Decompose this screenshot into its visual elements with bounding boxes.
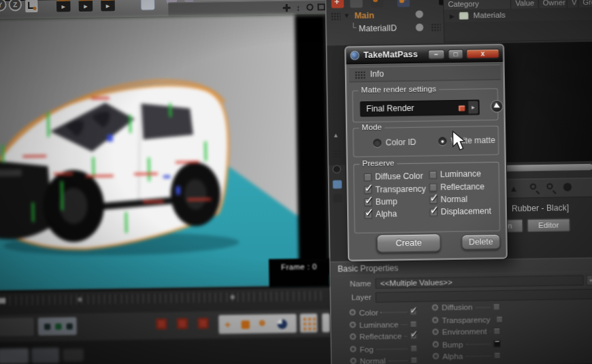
search-icon[interactable]	[530, 184, 536, 190]
channel-checkbox[interactable]	[494, 352, 501, 359]
dialog-titlebar[interactable]: TakeMatPass − □ x	[346, 45, 503, 64]
channel-checkbox[interactable]	[496, 316, 503, 322]
col-value[interactable]: Value	[511, 0, 539, 9]
take-state-dot[interactable]	[416, 24, 423, 31]
nav-up-icon[interactable]: ▲	[509, 180, 519, 198]
take-state-dot[interactable]	[416, 10, 423, 18]
pick-render-setting-button[interactable]	[491, 100, 504, 113]
tree-item-materialid[interactable]: MaterialID	[359, 23, 397, 33]
auto-take-icon[interactable]	[371, 0, 384, 7]
table-row[interactable]: ▶ Materials	[444, 7, 592, 22]
record-rotation-icon[interactable]	[197, 318, 209, 329]
dropdown-arrow-icon[interactable]: ▸	[468, 101, 478, 114]
strip-circle-icon[interactable]	[333, 165, 341, 173]
viewport-rotate-icon[interactable]	[306, 3, 313, 10]
checkbox[interactable]	[429, 171, 437, 178]
channel-color[interactable]: Color ✓	[349, 307, 416, 317]
axis-z-lock-icon[interactable]: Z	[9, 0, 22, 12]
checkbox[interactable]: ✓	[429, 208, 437, 216]
keyframe-autokey-icon[interactable]: ▶	[79, 0, 93, 12]
create-button[interactable]: Create	[377, 233, 441, 252]
checkbox[interactable]: ✓	[364, 198, 372, 205]
web-icon[interactable]	[563, 183, 572, 191]
keyframe-options-icon[interactable]: ▶	[101, 0, 115, 11]
grip-icon[interactable]	[431, 23, 440, 31]
tree-item-main[interactable]: Main	[355, 10, 374, 20]
viewport-canvas[interactable]	[0, 14, 329, 291]
axis-y-lock-icon[interactable]: Y	[0, 0, 7, 12]
channel-alpha[interactable]: Alpha	[433, 350, 501, 361]
timeline-marker[interactable]	[231, 295, 235, 299]
channel-bump[interactable]: Bump −	[433, 339, 501, 349]
name-field[interactable]: <<Multiple Values>>	[375, 275, 583, 288]
channel-checkbox[interactable]	[410, 357, 417, 363]
channel-checkbox[interactable]	[410, 320, 416, 327]
row-expand-icon[interactable]: ▶	[450, 13, 455, 20]
search-lock-icon[interactable]	[546, 183, 553, 189]
checkbox[interactable]	[429, 183, 437, 191]
tab-editor[interactable]: Editor	[527, 218, 571, 232]
menu-info[interactable]: Info	[370, 69, 384, 80]
channel-transparency[interactable]: Transparency	[432, 314, 500, 325]
channel-diffusion[interactable]: Diffusion	[432, 302, 500, 312]
minimize-button[interactable]: −	[428, 50, 445, 60]
channel-fog[interactable]: Fog	[350, 344, 417, 354]
channel-normal[interactable]: Normal	[350, 355, 418, 364]
new-take-icon[interactable]: +	[331, 0, 344, 8]
render-setting-dropdown[interactable]: Final Render ▸	[360, 99, 480, 116]
viewport-maximize-icon[interactable]	[318, 3, 325, 10]
channel-reflectance[interactable]: Reflectance ✓	[350, 331, 417, 342]
grip-icon[interactable]	[355, 71, 365, 79]
coordinate-system-icon[interactable]	[24, 0, 39, 13]
channel-checkbox[interactable]	[410, 344, 417, 351]
shield-icon[interactable]	[140, 0, 155, 11]
checkbox[interactable]	[364, 173, 372, 181]
tree-caret-icon[interactable]: ▾	[345, 11, 349, 20]
radio-white-matte[interactable]: ●	[438, 137, 446, 145]
playback-group[interactable]	[0, 318, 34, 336]
viewport-pan-icon[interactable]	[283, 4, 291, 12]
timeline-marker[interactable]	[78, 297, 82, 301]
van-model[interactable]	[0, 73, 310, 286]
keyframe-record-icon[interactable]: ▶	[56, 0, 71, 12]
strip-grip-icon[interactable]	[331, 150, 341, 158]
take-film-icon[interactable]	[350, 0, 363, 8]
strip-blue-icon[interactable]	[333, 180, 342, 188]
key-square-icon[interactable]	[242, 320, 250, 329]
name-field-button[interactable]: ▾	[587, 275, 592, 286]
grip-icon[interactable]	[331, 12, 340, 20]
maximize-button[interactable]: □	[448, 49, 463, 59]
radio-color-id[interactable]	[373, 139, 381, 147]
strip-dark-icon[interactable]	[333, 194, 342, 202]
preserve-displacement[interactable]: ✓ Displacement	[429, 206, 491, 217]
preserve-alpha[interactable]: ✓ Alpha	[365, 210, 397, 220]
checkbox[interactable]: ✓	[429, 196, 437, 203]
col-gro[interactable]: Gro	[578, 0, 592, 8]
delete-button[interactable]: Delete	[461, 234, 500, 250]
channel-checkbox[interactable]	[493, 327, 500, 334]
record-scale-icon[interactable]	[177, 318, 188, 329]
preserve-luminance[interactable]: Luminance	[429, 169, 481, 179]
strip-up-icon[interactable]: ▲	[333, 132, 339, 139]
timeline-playhead[interactable]	[0, 298, 5, 303]
viewport-dolly-icon[interactable]: ↕	[296, 4, 300, 12]
row-label-materials[interactable]: Materials	[473, 10, 506, 19]
bottom-tool-icon[interactable]	[31, 348, 59, 363]
col-owner[interactable]: Owner	[539, 0, 568, 8]
close-button[interactable]: x	[466, 49, 499, 59]
channel-checkbox-mixed[interactable]: −	[493, 340, 500, 346]
channel-luminance[interactable]: Luminance	[350, 319, 417, 329]
bottom-tool-icon[interactable]	[0, 348, 29, 364]
take-material-icon[interactable]	[397, 0, 410, 7]
layer-field[interactable]	[376, 288, 592, 302]
record-position-icon[interactable]	[156, 318, 167, 330]
channel-checkbox[interactable]: ✓	[410, 332, 417, 339]
checkbox[interactable]: ✓	[365, 211, 372, 218]
add-key-icon[interactable]: +	[225, 318, 231, 329]
key-pie-icon[interactable]	[278, 319, 288, 329]
key-ring-icon[interactable]	[259, 320, 265, 326]
col-v[interactable]: V	[568, 0, 578, 8]
playback-buttons[interactable]	[38, 317, 78, 335]
keyframe-grid-icon[interactable]	[299, 313, 318, 333]
radio-color-id-label[interactable]: Color ID	[386, 137, 416, 148]
